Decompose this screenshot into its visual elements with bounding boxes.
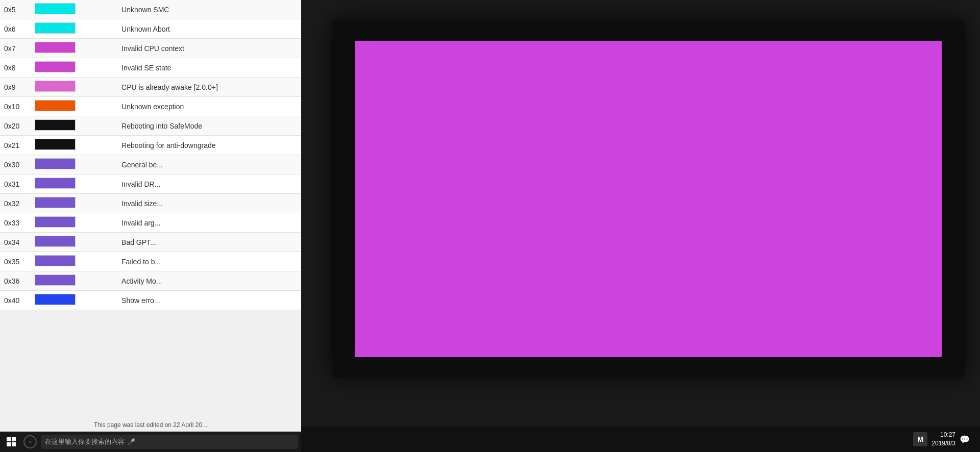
svg-rect-1 bbox=[12, 437, 16, 441]
error-code: 0x10 bbox=[0, 97, 31, 116]
exception-table: 0x5Unknown SMC0x6Unknown Abort0x7Invalid… bbox=[0, 0, 301, 310]
error-code: 0x36 bbox=[0, 271, 31, 291]
error-description: Activity Mo... bbox=[116, 271, 301, 291]
windows-start-button[interactable] bbox=[3, 434, 19, 450]
error-code: 0x40 bbox=[0, 291, 31, 310]
color-swatch bbox=[35, 81, 76, 92]
color-swatch bbox=[35, 139, 76, 150]
table-row: 0x6Unknown Abort bbox=[0, 19, 301, 39]
error-code: 0x9 bbox=[0, 78, 31, 97]
color-swatch-cell bbox=[31, 0, 116, 19]
color-swatch bbox=[35, 197, 76, 208]
color-swatch-cell bbox=[31, 233, 116, 252]
color-swatch bbox=[35, 274, 76, 286]
table-row: 0x21Rebooting for anti-downgrade bbox=[0, 136, 301, 155]
table-row: 0x31Invalid DR... bbox=[0, 174, 301, 194]
error-code: 0x31 bbox=[0, 174, 31, 194]
color-swatch bbox=[35, 236, 76, 247]
error-description: Invalid arg... bbox=[116, 213, 301, 233]
error-description: Bad GPT... bbox=[116, 233, 301, 252]
color-swatch-cell bbox=[31, 194, 116, 213]
color-swatch bbox=[35, 42, 76, 53]
time-value: 10:27 bbox=[932, 431, 955, 439]
table-row: 0x33Invalid arg... bbox=[0, 213, 301, 233]
table-row: 0x32Invalid size... bbox=[0, 194, 301, 213]
color-swatch-cell bbox=[31, 213, 116, 233]
color-swatch-cell bbox=[31, 155, 116, 174]
color-swatch bbox=[35, 178, 76, 189]
svg-rect-2 bbox=[7, 442, 11, 446]
color-swatch bbox=[35, 255, 76, 266]
color-swatch bbox=[35, 61, 76, 72]
table-row: 0x10Unknown exception bbox=[0, 97, 301, 116]
table-row: 0x36Activity Mo... bbox=[0, 271, 301, 291]
color-swatch-cell bbox=[31, 252, 116, 271]
purple-display-screen bbox=[355, 41, 942, 357]
color-swatch-cell bbox=[31, 39, 116, 58]
color-swatch bbox=[35, 100, 76, 111]
table-row: 0x35Failed to b... bbox=[0, 252, 301, 271]
color-swatch-cell bbox=[31, 271, 116, 291]
error-code: 0x6 bbox=[0, 19, 31, 39]
system-tray: M 10:27 2019/8/3 💬 bbox=[913, 431, 970, 448]
error-description: Invalid DR... bbox=[116, 174, 301, 194]
right-monitor: M 10:27 2019/8/3 💬 bbox=[301, 0, 980, 452]
taskbar-left: ○ 在这里输入你要搜索的内容 🎤 bbox=[0, 432, 301, 452]
error-description: Unknown exception bbox=[116, 97, 301, 116]
table-container: 0x5Unknown SMC0x6Unknown Abort0x7Invalid… bbox=[0, 0, 301, 310]
color-swatch-cell bbox=[31, 78, 116, 97]
table-row: 0x20Rebooting into SafeMode bbox=[0, 116, 301, 136]
error-code: 0x32 bbox=[0, 194, 31, 213]
error-code: 0x33 bbox=[0, 213, 31, 233]
error-code: 0x35 bbox=[0, 252, 31, 271]
search-bar[interactable]: 在这里输入你要搜索的内容 🎤 bbox=[41, 435, 298, 449]
error-code: 0x8 bbox=[0, 58, 31, 78]
error-description: General be... bbox=[116, 155, 301, 174]
error-description: Rebooting into SafeMode bbox=[116, 116, 301, 136]
microphone-icon[interactable]: 🎤 bbox=[128, 438, 135, 445]
left-monitor: 0x5Unknown SMC0x6Unknown Abort0x7Invalid… bbox=[0, 0, 301, 452]
cortana-search-circle[interactable]: ○ bbox=[23, 435, 37, 448]
error-description: Failed to b... bbox=[116, 252, 301, 271]
error-description: Invalid size... bbox=[116, 194, 301, 213]
color-swatch-cell bbox=[31, 19, 116, 39]
table-row: 0x30General be... bbox=[0, 155, 301, 174]
color-swatch bbox=[35, 294, 76, 305]
error-description: Invalid SE state bbox=[116, 58, 301, 78]
color-swatch-cell bbox=[31, 58, 116, 78]
table-row: 0x40Show erro... bbox=[0, 291, 301, 310]
table-row: 0x5Unknown SMC bbox=[0, 0, 301, 19]
monitor-frame bbox=[332, 20, 965, 378]
error-description: Unknown Abort bbox=[116, 19, 301, 39]
error-code: 0x20 bbox=[0, 116, 31, 136]
date-value: 2019/8/3 bbox=[932, 439, 955, 448]
svg-rect-3 bbox=[12, 442, 16, 446]
notification-icon[interactable]: 💬 bbox=[960, 435, 970, 444]
table-row: 0x34Bad GPT... bbox=[0, 233, 301, 252]
error-code: 0x34 bbox=[0, 233, 31, 252]
error-code: 0x30 bbox=[0, 155, 31, 174]
color-swatch bbox=[35, 22, 76, 34]
table-row: 0x8Invalid SE state bbox=[0, 58, 301, 78]
table-row: 0x9CPU is already awake [2.0.0+] bbox=[0, 78, 301, 97]
svg-rect-0 bbox=[7, 437, 11, 441]
taskbar-right: M 10:27 2019/8/3 💬 bbox=[301, 426, 980, 452]
color-swatch-cell bbox=[31, 291, 116, 310]
error-description: Unknown SMC bbox=[116, 0, 301, 19]
color-swatch-cell bbox=[31, 136, 116, 155]
clock-display: 10:27 2019/8/3 bbox=[932, 431, 955, 448]
color-swatch-cell bbox=[31, 116, 116, 136]
error-description: CPU is already awake [2.0.0+] bbox=[116, 78, 301, 97]
m-tray-icon[interactable]: M bbox=[913, 432, 927, 446]
search-text: 在这里输入你要搜索的内容 bbox=[45, 437, 125, 446]
error-description: Invalid CPU context bbox=[116, 39, 301, 58]
color-swatch-cell bbox=[31, 97, 116, 116]
error-code: 0x7 bbox=[0, 39, 31, 58]
error-code: 0x21 bbox=[0, 136, 31, 155]
circle-icon: ○ bbox=[29, 439, 32, 445]
color-swatch bbox=[35, 216, 76, 228]
page-footer: This page was last edited on 22 April 20… bbox=[0, 419, 301, 431]
color-swatch bbox=[35, 3, 76, 14]
color-swatch bbox=[35, 119, 76, 131]
table-row: 0x7Invalid CPU context bbox=[0, 39, 301, 58]
